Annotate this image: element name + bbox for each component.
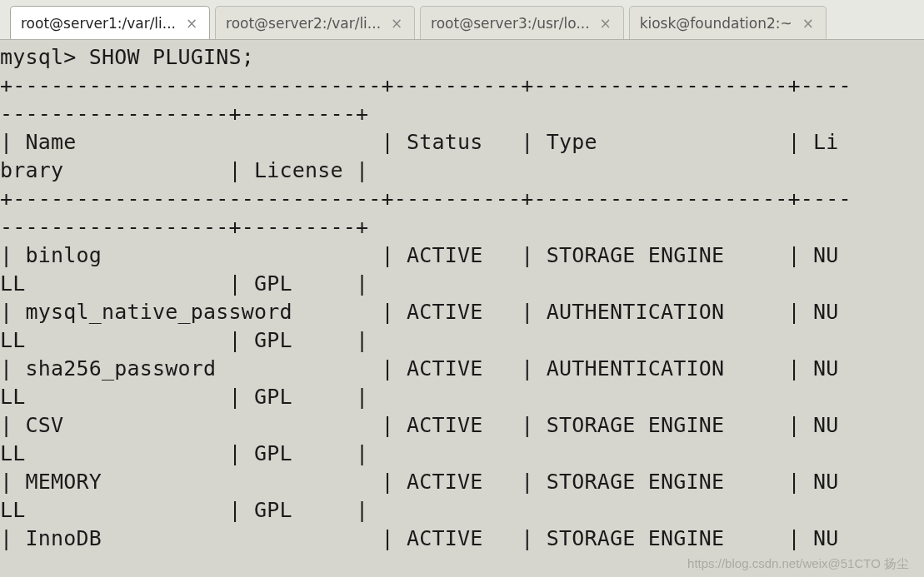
tab-foundation[interactable]: kiosk@foundation2:~ × [629,6,827,39]
tabs-bar: root@server1:/var/li... × root@server2:/… [0,0,924,40]
tab-label: root@server2:/var/li... [226,15,381,32]
tab-server3[interactable]: root@server3:/usr/lo... × [420,6,624,39]
close-icon[interactable]: × [801,15,816,32]
close-icon[interactable]: × [184,15,199,32]
close-icon[interactable]: × [598,15,613,32]
close-icon[interactable]: × [389,15,404,32]
tab-label: root@server1:/var/li... [21,15,176,32]
tab-server1[interactable]: root@server1:/var/li... × [10,6,210,39]
tab-label: kiosk@foundation2:~ [640,15,792,32]
tab-server2[interactable]: root@server2:/var/li... × [215,6,415,39]
watermark: https://blog.csdn.net/weix@51CTO 扬尘 [687,556,909,572]
terminal-output[interactable]: mysql> SHOW PLUGINS; +------------------… [0,40,924,553]
tab-label: root@server3:/usr/lo... [431,15,590,32]
